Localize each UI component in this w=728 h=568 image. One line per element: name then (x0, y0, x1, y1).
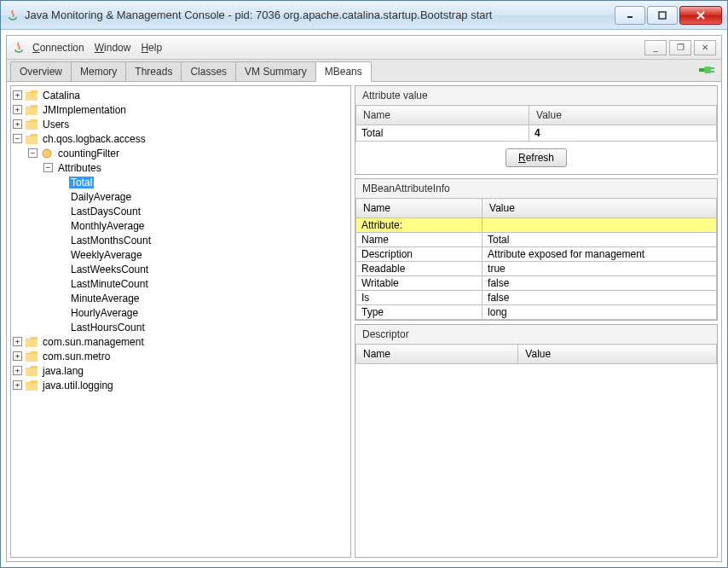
inner-minimize-button[interactable]: _ (644, 40, 667, 55)
mbean-info-table: NameValue Attribute: NameTotal Descripti… (355, 198, 717, 320)
folder-icon (26, 134, 38, 144)
tab-threads[interactable]: Threads (125, 61, 182, 81)
expand-icon[interactable]: + (13, 119, 22, 129)
collapse-icon[interactable]: − (13, 134, 22, 143)
tree-attr-minuteaverage[interactable]: MinuteAverage (13, 291, 349, 305)
connection-status-icon (699, 63, 714, 77)
svg-rect-1 (659, 12, 666, 19)
table-row[interactable]: Attribute: (356, 218, 717, 233)
maximize-button[interactable] (647, 6, 678, 25)
java-icon (6, 9, 20, 22)
window-title: Java Monitoring & Management Console - p… (25, 9, 615, 21)
attr-value-cell[interactable]: 4 (529, 125, 717, 142)
expand-icon[interactable]: + (13, 105, 22, 114)
folder-icon (26, 119, 38, 130)
tree-attr-total[interactable]: Total (13, 175, 349, 189)
expand-icon[interactable]: + (13, 380, 22, 390)
tree-attr-lasthourscount[interactable]: LastHoursCount (13, 320, 349, 334)
attr-name-cell[interactable]: Total (356, 125, 529, 142)
details-pane: Attribute value NameValue Total4 Refresh… (355, 85, 718, 558)
tree-attr-lastdayscount[interactable]: LastDaysCount (13, 204, 349, 218)
expand-icon[interactable]: + (13, 351, 22, 361)
panel-title: MBeanAttributeInfo (355, 179, 717, 198)
expand-icon[interactable]: + (13, 90, 22, 100)
tree-attr-lastmonthscount[interactable]: LastMonthsCount (13, 233, 349, 247)
tree-node-jmimpl[interactable]: +JMImplementation (13, 102, 349, 117)
main-window: Java Monitoring & Management Console - p… (0, 0, 728, 568)
folder-icon (26, 90, 38, 101)
mbean-tree[interactable]: +Catalina +JMImplementation +Users −ch.q… (10, 85, 351, 558)
tab-classes[interactable]: Classes (181, 61, 236, 81)
inner-window: Connection Window Help _ ❐ ✕ Overview Me… (6, 35, 722, 562)
table-row[interactable]: Readabletrue (356, 262, 717, 276)
folder-icon (26, 380, 38, 391)
table-row[interactable]: Writablefalse (356, 276, 717, 291)
tab-overview[interactable]: Overview (10, 61, 72, 81)
tree-node-javalang[interactable]: +java.lang (13, 363, 349, 378)
tree-node-users[interactable]: +Users (13, 117, 349, 131)
folder-icon (26, 366, 38, 376)
titlebar[interactable]: Java Monitoring & Management Console - p… (1, 1, 727, 30)
tree-node-logback[interactable]: −ch.qos.logback.access (13, 131, 349, 146)
menu-connection[interactable]: Connection (32, 42, 84, 54)
svg-rect-2 (699, 68, 704, 72)
tree-node-javautil[interactable]: +java.util.logging (13, 378, 349, 392)
tree-attr-hourlyaverage[interactable]: HourlyAverage (13, 305, 349, 320)
tree-node-sunmgmt[interactable]: +com.sun.management (13, 334, 349, 349)
panel-title: Descriptor (355, 325, 717, 344)
column-header-value[interactable]: Value (529, 106, 717, 125)
inner-close-button[interactable]: ✕ (694, 40, 716, 55)
menu-window[interactable]: Window (95, 42, 131, 54)
tab-vmsummary[interactable]: VM Summary (235, 61, 316, 81)
tabbar: Overview Memory Threads Classes VM Summa… (7, 60, 721, 82)
tree-node-attributes[interactable]: −Attributes (13, 160, 349, 175)
panel-title: Attribute value (355, 86, 717, 105)
tree-attr-weeklyaverage[interactable]: WeeklyAverage (13, 247, 349, 262)
mbean-attribute-info-panel: MBeanAttributeInfo NameValue Attribute: … (355, 178, 718, 321)
attribute-value-table: NameValue Total4 (355, 105, 717, 142)
java-icon (12, 41, 26, 55)
menubar: Connection Window Help _ ❐ ✕ (7, 36, 721, 60)
tree-attr-dailyaverage[interactable]: DailyAverage (13, 189, 349, 204)
tree-node-catalina[interactable]: +Catalina (13, 88, 349, 102)
table-row[interactable]: Isfalse (356, 291, 717, 305)
column-header-name[interactable]: Name (356, 345, 518, 364)
svg-rect-3 (704, 67, 711, 73)
collapse-icon[interactable]: − (28, 148, 38, 158)
tree-node-countingfilter[interactable]: −countingFilter (13, 146, 349, 160)
tree-attr-lastminutecount[interactable]: LastMinuteCount (13, 276, 349, 291)
tree-attr-lastweekscount[interactable]: LastWeeksCount (13, 262, 349, 276)
table-row[interactable]: Typelong (356, 305, 717, 320)
folder-icon (26, 351, 38, 362)
collapse-icon[interactable]: − (43, 163, 53, 172)
svg-point-6 (43, 149, 51, 158)
column-header-name[interactable]: Name (356, 199, 482, 218)
table-row[interactable]: NameTotal (356, 233, 717, 247)
column-header-value[interactable]: Value (482, 199, 717, 218)
table-row[interactable]: DescriptionAttribute exposed for managem… (356, 247, 717, 262)
tab-mbeans[interactable]: MBeans (315, 61, 372, 82)
expand-icon[interactable]: + (13, 366, 22, 375)
column-header-value[interactable]: Value (518, 345, 717, 364)
descriptor-panel: Descriptor NameValue (355, 324, 718, 558)
folder-icon (26, 105, 38, 115)
expand-icon[interactable]: + (13, 337, 22, 346)
tree-attr-monthlyaverage[interactable]: MonthlyAverage (13, 218, 349, 233)
inner-restore-button[interactable]: ❐ (669, 40, 691, 55)
bean-icon (41, 148, 53, 159)
descriptor-table: NameValue (355, 344, 717, 364)
close-button[interactable] (679, 6, 722, 25)
menu-help[interactable]: Help (141, 42, 162, 54)
refresh-button[interactable]: Refresh (506, 148, 567, 167)
tab-memory[interactable]: Memory (71, 61, 126, 81)
content-area: +Catalina +JMImplementation +Users −ch.q… (7, 82, 721, 561)
folder-icon (26, 337, 38, 347)
attribute-value-panel: Attribute value NameValue Total4 Refresh (355, 85, 718, 175)
column-header-name[interactable]: Name (356, 106, 529, 125)
minimize-button[interactable] (615, 6, 645, 25)
tree-node-sunmetro[interactable]: +com.sun.metro (13, 349, 349, 363)
